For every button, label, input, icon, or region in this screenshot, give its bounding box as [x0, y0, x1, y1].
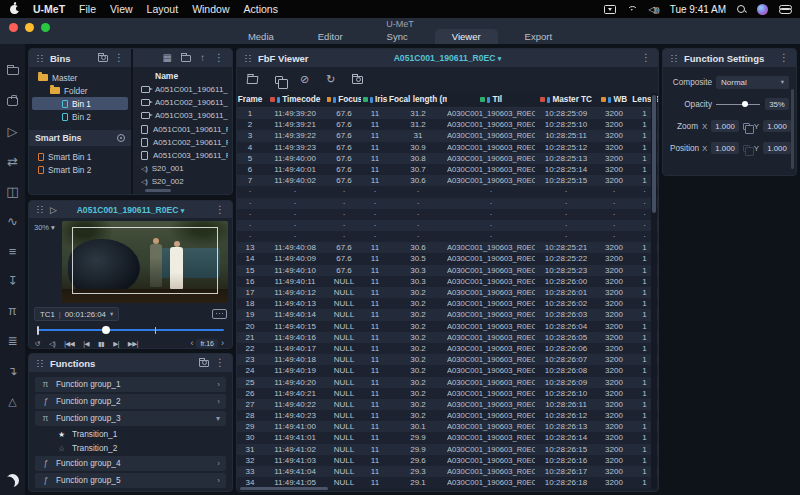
table-row[interactable]: ········· [237, 198, 658, 209]
column-header[interactable]: Focus [327, 95, 361, 104]
zoom-y-input[interactable]: 1.000 [763, 120, 791, 132]
drag-handle-icon[interactable] [36, 54, 44, 63]
file-row[interactable]: A051C003_190611_R0EC [137, 109, 228, 122]
menubar-clock[interactable]: Tue 9:41 AM [670, 4, 726, 15]
find-bin-icon[interactable] [98, 55, 108, 62]
zoom-level-select[interactable]: 30% ▾ [34, 223, 55, 232]
apple-icon[interactable] [10, 5, 19, 14]
more-icon[interactable]: ⋮ [641, 53, 651, 63]
horizontal-scrollbar[interactable] [240, 487, 328, 491]
import-icon[interactable] [0, 266, 25, 296]
step-prev-icon[interactable]: ‹ [190, 339, 193, 348]
bin-row[interactable]: Master [32, 71, 128, 84]
stats-icon[interactable] [0, 326, 25, 356]
bin-row[interactable]: Bin 1 [32, 97, 128, 110]
list-icon[interactable] [0, 236, 25, 266]
tab[interactable]: Export [508, 29, 569, 44]
file-row[interactable]: A051C002_190611_R0EC [137, 96, 228, 109]
file-row[interactable]: S20_002 [137, 175, 228, 188]
media-bag-icon[interactable] [0, 86, 25, 116]
table-row[interactable]: 1411:49:40:0967.61130.5A030C001_190603_R… [237, 253, 658, 264]
table-row[interactable]: 2011:49:40:15NULL1130.2A030C001_190603_R… [237, 321, 658, 332]
more-icon[interactable]: ⋮ [215, 358, 225, 368]
grid-view-icon[interactable]: ▦ [163, 53, 172, 63]
menubar-item[interactable]: Window [192, 3, 229, 15]
moon-icon[interactable] [6, 474, 19, 487]
traffic-light-zoom[interactable] [41, 23, 50, 32]
scopes-icon[interactable] [0, 206, 25, 236]
table-row[interactable]: 2511:49:40:20NULL1130.2A030C001_190603_R… [237, 377, 658, 388]
more-icon[interactable]: ⋮ [215, 205, 225, 215]
video-preview[interactable] [62, 221, 228, 303]
pause-icon[interactable]: ▮▮ [98, 341, 104, 348]
table-row[interactable]: 3211:49:41:03NULL1129.6A030C001_190603_R… [237, 455, 658, 466]
position-x-input[interactable]: 1.000 [711, 142, 739, 154]
table-row[interactable]: 3311:49:41:04NULL1129.3A030C001_190603_R… [237, 466, 658, 477]
table-row[interactable]: 2811:49:40:23NULL1130.2A030C001_190603_R… [237, 410, 658, 421]
column-header[interactable]: Frame [237, 95, 263, 104]
opacity-value[interactable]: 35% [765, 98, 789, 110]
export-icon[interactable] [0, 356, 25, 386]
screen-mirroring-icon[interactable] [604, 5, 616, 14]
refresh-icon[interactable] [326, 74, 335, 85]
file-row[interactable]: A051C001_190611_R0EC [137, 123, 228, 136]
function-item-row[interactable]: Transition_2 [35, 442, 226, 454]
clip-selector[interactable]: A051C001_190611_R0EC ▾ [394, 53, 502, 63]
function-group-row[interactable]: Function group_1 › [35, 377, 226, 392]
file-row[interactable]: S20_001 [137, 162, 228, 175]
file-row[interactable]: A051C002_190611_R0EC [137, 136, 228, 149]
shapes-icon[interactable] [0, 386, 25, 416]
new-bin-icon[interactable] [181, 55, 191, 62]
play-icon[interactable] [0, 116, 25, 146]
up-arrow-icon[interactable]: ↑ [200, 53, 205, 63]
link-xy-icon[interactable] [743, 123, 750, 130]
keyboard-icon[interactable] [212, 309, 227, 319]
find-clip-icon[interactable] [352, 76, 363, 84]
smart-bins-settings-icon[interactable] [117, 134, 125, 142]
sync-icon[interactable] [0, 146, 25, 176]
table-row[interactable]: 1611:49:40:11NULL1130.3A030C001_190603_R… [237, 276, 658, 287]
file-row[interactable]: A051C003_190611_R0EC [137, 149, 228, 162]
table-row[interactable]: 3011:49:41:01NULL1129.9A030C001_190603_R… [237, 432, 658, 443]
link-xy-icon[interactable] [743, 145, 750, 152]
zoom-x-input[interactable]: 1.000 [711, 120, 739, 132]
function-group-row[interactable]: Function group_4 › [35, 456, 226, 471]
playhead[interactable] [102, 326, 110, 334]
table-row[interactable]: 111:49:39:2067.61131.2A030C001_190603_R0… [237, 108, 658, 119]
menubar-item[interactable]: Layout [147, 3, 179, 15]
tab[interactable]: Media [231, 29, 291, 44]
file-row[interactable]: A051C001_190611_R0EC [137, 83, 228, 96]
table-row[interactable]: 2611:49:40:21NULL1130.2A030C001_190603_R… [237, 388, 658, 399]
table-row[interactable]: 2211:49:40:17NULL1130.2A030C001_190603_R… [237, 343, 658, 354]
wifi-icon[interactable] [627, 5, 638, 14]
column-header[interactable]: Timecode [263, 95, 327, 104]
table-row[interactable]: 1511:49:40:1067.61130.3A030C001_190603_R… [237, 265, 658, 276]
frame-step-value[interactable]: fr.16 [196, 339, 218, 348]
table-row[interactable]: 2111:49:40:16NULL1130.2A030C001_190603_R… [237, 332, 658, 343]
scrollbar-thumb[interactable] [652, 95, 656, 213]
duplicate-icon[interactable] [275, 76, 283, 84]
table-row[interactable]: ········· [237, 209, 658, 220]
table-row[interactable]: ········· [237, 231, 658, 242]
function-group-row[interactable]: Function group_2 › [35, 394, 226, 409]
drag-handle-icon[interactable] [244, 54, 252, 63]
marker[interactable] [155, 327, 157, 334]
viewer-panels-icon[interactable] [0, 176, 25, 206]
bin-row[interactable]: Folder [32, 84, 128, 97]
timecode-select[interactable]: TC1 | 00:01:26:04 ▾ [34, 307, 119, 321]
table-row[interactable]: 1811:49:40:13NULL1130.2A030C001_190603_R… [237, 298, 658, 309]
menubar-item[interactable]: U-MeT [33, 3, 65, 15]
table-row[interactable]: 2911:49:41:00NULL1130.1A030C001_190603_R… [237, 421, 658, 432]
table-row[interactable]: 1711:49:40:12NULL1130.2A030C001_190603_R… [237, 287, 658, 298]
drag-handle-icon[interactable] [670, 54, 678, 63]
column-header[interactable]: WB [597, 95, 631, 104]
skip-start-icon[interactable]: |◀◀ [64, 341, 74, 348]
siri-icon[interactable] [757, 4, 768, 15]
smart-bin-row[interactable]: Smart Bin 2 [32, 163, 128, 176]
more-icon[interactable]: ⋮ [114, 53, 124, 63]
table-row[interactable]: 2411:49:40:19NULL1130.2A030C001_190603_R… [237, 365, 658, 376]
column-header[interactable]: Iris [361, 95, 389, 104]
bin-row[interactable]: Bin 2 [32, 110, 128, 123]
tab[interactable]: Editor [301, 29, 360, 44]
step-forward-icon[interactable]: ▶| [113, 341, 119, 348]
